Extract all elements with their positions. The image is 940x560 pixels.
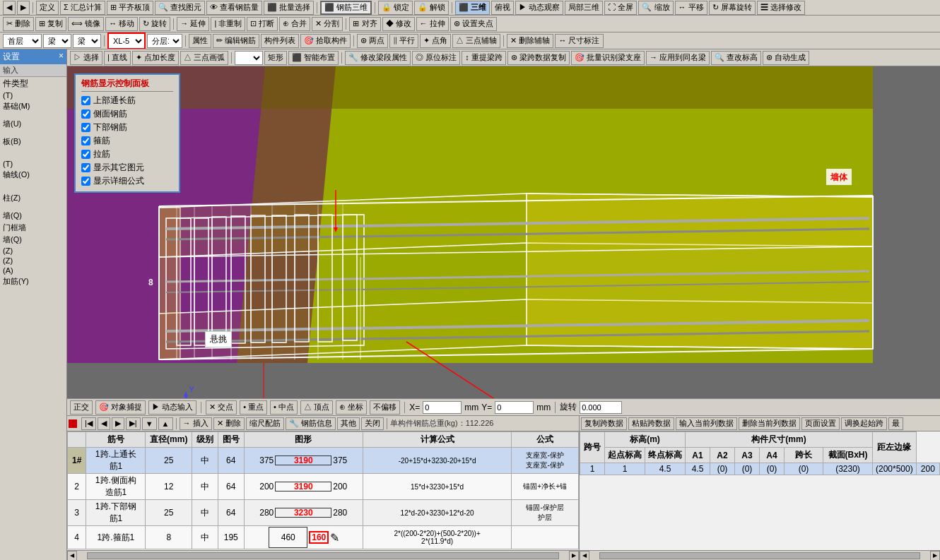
scroll-right-left-arrow[interactable]: ◀ [580,551,589,561]
span-table-container[interactable]: 跨号 标高(m) 构件尺寸(mm) 距左边缘 起点标高 终点标高 A1 A2 A… [580,431,940,550]
span-table-row-1[interactable]: 1 1 4.5 4.5 (0) (0) (0) (0) (3230) (200*… [580,463,940,475]
scroll-right-arrow[interactable]: ▶ [569,551,579,561]
re-extract-btn[interactable]: ↕ 重提梁跨 [462,51,506,65]
snap-btn[interactable]: 🎯 对象捕捉 [95,400,146,415]
sidebar-item-wall2[interactable]: 墙(Q) [0,234,66,246]
batch-identify-btn[interactable]: 🎯 批量识别梁支座 [571,51,645,65]
pick-component-btn[interactable]: 🎯 拾取构件 [300,34,351,48]
sidebar-item-z2[interactable]: (Z) [0,256,66,266]
input-col-data-btn[interactable]: 输入当前列数据 [676,417,737,430]
sidebar-item-col[interactable]: 柱(Z) [0,192,66,204]
sidebar-item-axis[interactable]: 轴线(O) [0,169,66,181]
more-btn[interactable]: 最 [888,417,903,430]
back-btn[interactable]: ◀ [3,1,16,15]
edit-icon[interactable]: ✎ [330,531,339,544]
scroll-right-thumb[interactable] [599,552,920,559]
ortho-btn[interactable]: 正交 [70,400,93,415]
sidebar-item-door-wall[interactable]: 门框墙 [0,222,66,234]
paste-span-data-btn[interactable]: 粘贴跨数据 [628,417,674,430]
mirror-btn[interactable]: ⟺ 镜像 [68,17,104,31]
unlock-btn[interactable]: 🔓 解锁 [414,1,449,15]
rotate-input[interactable] [580,401,622,414]
nav-next-btn[interactable]: ▶ [112,417,124,430]
fullscreen-btn[interactable]: ⛶ 全屏 [604,1,637,15]
align2-btn[interactable]: ⊞ 对齐 [349,17,380,31]
move-btn[interactable]: ↔ 移动 [105,17,138,31]
no-repeat-btn[interactable]: | 非重制 [211,17,245,31]
sidebar-item-wall[interactable]: 墙(Q) [0,210,66,222]
x-input[interactable] [423,401,462,414]
shape-select[interactable] [235,51,263,65]
edit-rebar-btn[interactable]: ✏ 编辑钢筋 [213,34,259,48]
cb-detail-formula-input[interactable] [81,177,90,186]
center-btn[interactable]: • 中点 [270,400,298,415]
nav-last-btn[interactable]: ▶| [126,417,141,430]
nav-up-btn[interactable]: ▲ [158,417,173,430]
3d-btn[interactable]: ⬛ 三维 [455,1,490,15]
sidebar-item-a[interactable]: (A) [0,266,66,275]
table-row-3[interactable]: 3 1跨.下部钢筋1 25 中 64 280 3230 [68,500,579,526]
layer-select[interactable]: 分层1 [147,34,182,48]
screen-rotate-btn[interactable]: ↻ 屏幕旋转 [709,1,756,15]
del-col-data-btn[interactable]: 删除当前列数据 [739,417,800,430]
rect-btn[interactable]: 矩形 [264,51,287,65]
check-height-btn[interactable]: 🔍 查改标高 [711,51,761,65]
y-input[interactable] [495,401,534,414]
delete-btn[interactable]: ✂ 删除 [3,17,34,31]
table-row-4[interactable]: 4 1跨.箍筋1 8 中 195 460 [68,526,579,549]
del-row-btn[interactable]: ✕ 删除 [213,417,245,430]
extend-btn[interactable]: → 延伸 [177,17,209,31]
floor-select[interactable]: 首层 [3,34,42,48]
break-btn[interactable]: ⊡ 打断 [247,17,278,31]
cb-top-rebar-input[interactable] [81,96,90,105]
point-length-btn[interactable]: ✦ 点加长度 [132,51,179,65]
cb-tie-rebar-input[interactable] [81,150,90,159]
calc-btn[interactable]: Σ 汇总计算 [60,1,105,15]
nav-down-btn[interactable]: ▼ [142,417,157,430]
forward-btn[interactable]: ▶ [17,1,30,15]
cb-side-rebar-input[interactable] [81,109,90,119]
sidebar-item-type[interactable]: 件类型 [0,77,66,90]
original-annotation-btn[interactable]: ◎ 原位标注 [412,51,460,65]
find-btn[interactable]: 🔍 查找图元 [155,1,205,15]
pan-btn[interactable]: ↔ 平移 [675,1,707,15]
sidebar-item-q1[interactable]: 墙(U) [0,118,66,130]
midpoint-btn[interactable]: • 重点 [240,400,267,415]
batch-select-btn[interactable]: ⬛ 批量选择 [264,1,314,15]
table-row-1[interactable]: 1# 1跨.上通长筋1 25 中 64 375 3190 [68,448,579,474]
rebar-3d-btn[interactable]: ⬛ 钢筋三维 [320,1,372,15]
sidebar-item-cantilever[interactable]: 加筋(Y) [0,275,66,287]
page-setup-btn[interactable]: 页面设置 [801,417,840,430]
sidebar-item-base[interactable]: 基础(M) [0,100,66,112]
element-select[interactable]: 梁 [73,34,101,48]
point-angle-btn[interactable]: ✦ 点角 [420,34,451,48]
cb-bottom-rebar-input[interactable] [81,123,90,132]
select-btn[interactable]: ▷ 选择 [70,51,102,65]
code-select[interactable]: XL-5 [109,34,144,48]
scroll-left-thumb[interactable] [87,552,559,559]
align-btn[interactable]: ⊞ 平齐板顶 [107,1,153,15]
dynamic-observe-btn[interactable]: ▶ 动态观察 [515,1,563,15]
local-3d-btn[interactable]: 局部三维 [565,1,603,15]
no-offset-btn[interactable]: 不偏移 [370,400,400,415]
sidebar-item-z1[interactable]: (Z) [0,246,66,256]
close-panel-btn[interactable]: 关闭 [361,417,384,430]
insert-btn[interactable]: → 插入 [180,417,212,430]
copy-span-data-btn[interactable]: 复制跨数据 [581,417,627,430]
parallel-btn[interactable]: ∥ 平行 [389,34,418,48]
copy-span-btn[interactable]: ⊛ 梁跨数据复制 [507,51,570,65]
cb-stirrup-input[interactable] [81,136,90,145]
copy-btn[interactable]: ⊞ 复制 [35,17,66,31]
view-rebar-btn[interactable]: 👁 查看钢筋量 [206,1,262,15]
lock-btn[interactable]: 🔒 锁定 [378,1,413,15]
set-grip-btn[interactable]: ⊛ 设置夹点 [450,17,497,31]
merge-btn[interactable]: ⊕ 合并 [279,17,310,31]
rebar-info-btn[interactable]: 🔧 钢筋信息 [286,417,336,430]
define-btn[interactable]: 定义 [36,1,59,15]
rotate-btn[interactable]: ↻ 旋转 [139,17,170,31]
zoom-btn[interactable]: 🔍 缩放 [638,1,673,15]
line-btn[interactable]: | 直线 [104,51,131,65]
close-icon-red[interactable] [69,419,77,428]
arc-btn[interactable]: △ 三点画弧 [180,51,228,65]
top-view-btn[interactable]: 俯视 [491,1,514,15]
